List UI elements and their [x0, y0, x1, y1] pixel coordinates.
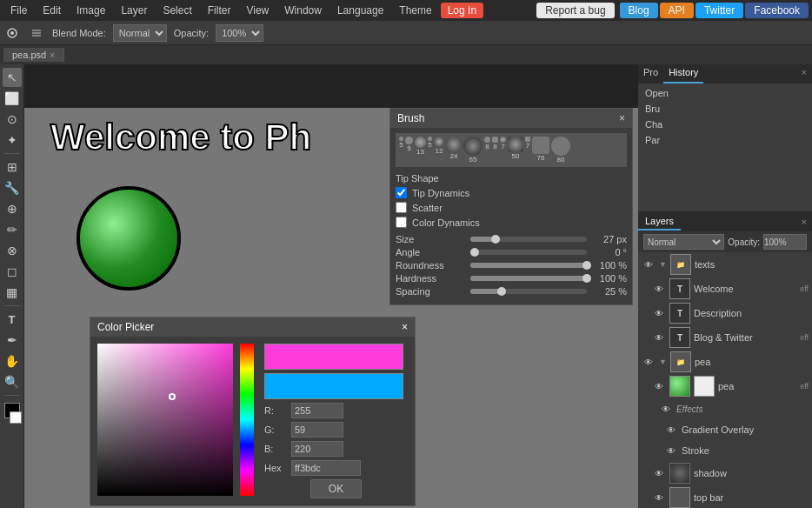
- preset-1[interactable]: 5: [399, 137, 403, 164]
- tip-dynamics-option[interactable]: Tip Dynamics: [396, 186, 627, 199]
- blend-mode-select[interactable]: Normal: [113, 24, 167, 42]
- layer-description[interactable]: 👁 T Description: [638, 301, 812, 325]
- cp-g-input[interactable]: [291, 422, 343, 438]
- blog-twitter-visibility[interactable]: 👁: [652, 331, 666, 344]
- magic-wand-tool[interactable]: ✦: [3, 130, 22, 150]
- roundness-slider[interactable]: [470, 263, 587, 268]
- brush-panel-close[interactable]: ×: [619, 112, 625, 124]
- menu-view[interactable]: View: [239, 3, 276, 18]
- heal-tool[interactable]: ⊕: [3, 199, 22, 218]
- history-bru[interactable]: Bru: [638, 101, 812, 117]
- layers-close[interactable]: ×: [796, 214, 812, 230]
- layer-stroke[interactable]: 👁 Stroke: [638, 440, 812, 461]
- canvas-area[interactable]: Welcome to Ph Photopea g - advanc - supp…: [24, 64, 638, 508]
- lasso-tool[interactable]: ⊙: [3, 110, 22, 129]
- zoom-tool[interactable]: 🔍: [3, 372, 22, 391]
- pro-tab[interactable]: Pro: [638, 64, 663, 84]
- preset-9[interactable]: 8: [492, 137, 498, 164]
- menu-edit[interactable]: Edit: [36, 3, 68, 18]
- topbar-visibility[interactable]: 👁: [652, 491, 666, 505]
- menu-image[interactable]: Image: [70, 3, 112, 18]
- shadow-visibility[interactable]: 👁: [652, 466, 666, 480]
- crop-tool[interactable]: ⊞: [3, 157, 22, 177]
- preset-6[interactable]: 24: [446, 137, 462, 164]
- menu-layer[interactable]: Layer: [114, 3, 154, 18]
- gradient-overlay-visibility[interactable]: 👁: [664, 423, 678, 437]
- effects-visibility[interactable]: 👁: [659, 402, 673, 416]
- blog-button[interactable]: Blog: [620, 3, 658, 18]
- cp-ok-button[interactable]: OK: [310, 479, 362, 498]
- preset-5[interactable]: 12: [434, 137, 444, 164]
- brush-tool-icon[interactable]: [3, 24, 21, 42]
- preset-13[interactable]: 76: [532, 137, 549, 164]
- gradient-tool[interactable]: ▦: [3, 283, 22, 302]
- layer-blog-twitter[interactable]: 👁 T Blog & Twitter eff: [638, 325, 812, 350]
- type-tool[interactable]: T: [3, 310, 22, 329]
- color-dynamics-checkbox[interactable]: [396, 217, 407, 228]
- layer-texts-folder[interactable]: 👁 ▼ 📁 texts: [638, 252, 812, 277]
- clone-tool[interactable]: ⊗: [3, 241, 22, 260]
- document-tab[interactable]: pea.psd ×: [3, 48, 64, 62]
- tip-dynamics-checkbox[interactable]: [396, 187, 407, 198]
- scatter-option[interactable]: Scatter: [396, 201, 627, 214]
- select-rect-tool[interactable]: ⬜: [3, 89, 22, 108]
- preset-8[interactable]: 8: [484, 137, 490, 164]
- layers-tab[interactable]: Layers: [638, 213, 681, 231]
- report-bug-button[interactable]: Report a bug: [536, 3, 614, 18]
- preset-7[interactable]: 65: [463, 137, 483, 164]
- layer-pea-folder[interactable]: 👁 ▼ 📁 pea: [638, 350, 812, 374]
- history-open[interactable]: Open: [638, 85, 812, 101]
- layer-welcome[interactable]: 👁 T Welcome eff: [638, 277, 812, 301]
- pen-tool[interactable]: ✒: [3, 331, 22, 350]
- color-dynamics-option[interactable]: Color Dynamics: [396, 216, 627, 229]
- menu-language[interactable]: Language: [330, 3, 390, 18]
- preset-3[interactable]: 13: [415, 137, 426, 164]
- spacing-slider[interactable]: [470, 289, 587, 294]
- history-close[interactable]: ×: [796, 64, 812, 84]
- layer-effects[interactable]: 👁 Effects: [638, 398, 812, 419]
- preset-12[interactable]: 7: [525, 137, 530, 164]
- color-picker-close[interactable]: ×: [402, 321, 408, 333]
- eraser-tool[interactable]: ◻: [3, 262, 22, 281]
- history-cha[interactable]: Cha: [638, 117, 812, 132]
- twitter-button[interactable]: Twitter: [696, 3, 743, 18]
- menu-filter[interactable]: Filter: [201, 3, 238, 18]
- cp-hex-input[interactable]: [291, 460, 361, 476]
- preset-2[interactable]: 9: [405, 137, 413, 164]
- menu-window[interactable]: Window: [277, 3, 329, 18]
- menu-theme[interactable]: Theme: [392, 3, 438, 18]
- welcome-visibility[interactable]: 👁: [652, 282, 666, 296]
- layer-topbar[interactable]: 👁 top bar: [638, 485, 812, 508]
- facebook-button[interactable]: Facebook: [745, 3, 809, 18]
- layer-gradient-overlay[interactable]: 👁 Gradient Overlay: [638, 419, 812, 440]
- menu-select[interactable]: Select: [156, 3, 198, 18]
- background-color[interactable]: [10, 411, 22, 424]
- layers-blend-select[interactable]: Normal: [643, 234, 724, 250]
- login-button[interactable]: Log In: [441, 3, 483, 18]
- pea-visibility[interactable]: 👁: [652, 379, 666, 393]
- brush-tool[interactable]: ✏: [3, 220, 22, 239]
- history-par[interactable]: Par: [638, 132, 812, 148]
- cp-hue-slider[interactable]: [240, 344, 254, 496]
- description-visibility[interactable]: 👁: [652, 306, 666, 320]
- history-tab[interactable]: History: [663, 64, 703, 84]
- cp-gradient-picker[interactable]: [97, 344, 233, 496]
- brush-settings-icon[interactable]: [28, 24, 45, 42]
- hardness-slider[interactable]: [470, 276, 587, 281]
- cp-b-input[interactable]: [291, 441, 343, 457]
- preset-11[interactable]: 50: [508, 137, 523, 164]
- size-slider[interactable]: [470, 237, 587, 242]
- angle-slider[interactable]: [470, 250, 587, 255]
- move-tool[interactable]: ↖: [3, 68, 22, 87]
- layer-pea[interactable]: 👁 pea eff: [638, 374, 812, 398]
- menu-file[interactable]: File: [3, 3, 34, 18]
- preset-14[interactable]: 80: [551, 137, 570, 164]
- stroke-visibility[interactable]: 👁: [664, 444, 678, 458]
- preset-10[interactable]: 7: [500, 137, 506, 164]
- eyedropper-tool[interactable]: 🔧: [3, 178, 22, 197]
- close-tab-button[interactable]: ×: [50, 50, 55, 60]
- layers-opacity-input[interactable]: [763, 234, 807, 250]
- texts-visibility[interactable]: 👁: [642, 257, 656, 271]
- hand-tool[interactable]: ✋: [3, 351, 22, 371]
- api-button[interactable]: API: [660, 3, 694, 18]
